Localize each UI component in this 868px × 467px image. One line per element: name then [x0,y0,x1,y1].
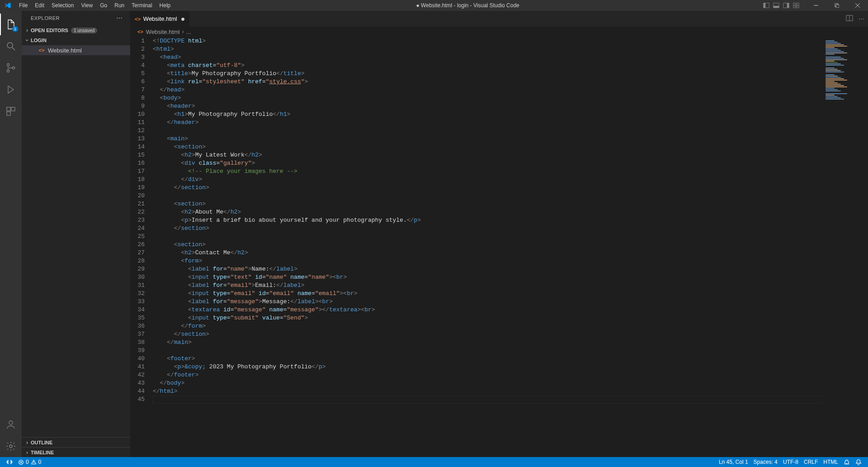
layout-controls [761,2,801,9]
tab-title: Website.html [143,15,177,22]
split-editor-icon[interactable] [846,14,853,23]
warnings-count: 0 [38,459,42,465]
more-actions-icon[interactable]: ⋯ [859,15,864,22]
svg-rect-6 [793,3,796,5]
menu-file[interactable]: File [15,0,31,11]
activity-accounts[interactable] [0,414,22,435]
menu-terminal[interactable]: Terminal [128,0,156,11]
toggle-primary-sidebar-icon[interactable] [761,2,771,9]
chevron-right-icon: › [24,439,31,446]
explorer-header: EXPLORER ⋯ [22,11,130,25]
problems-button[interactable]: 0 0 [15,457,44,467]
code-content[interactable]: <!DOCTYPE html><html> <head> <meta chars… [153,37,823,457]
menu-selection[interactable]: Selection [48,0,77,11]
breadcrumb[interactable]: <> Website.html › ... [130,27,868,37]
file-name: Website.html [48,47,82,54]
svg-rect-1 [764,3,765,8]
svg-rect-7 [797,3,799,5]
editor-body[interactable]: 1234567891011121314151617181920212223242… [130,37,868,457]
notifications-icon[interactable] [853,459,864,465]
svg-point-24 [9,445,12,448]
file-tree-item[interactable]: <> Website.html [22,45,130,55]
outline-section[interactable]: › OUTLINE [22,437,130,447]
chevron-right-icon: › [24,27,31,33]
close-button[interactable] [847,0,868,11]
menu-help[interactable]: Help [156,0,175,11]
activity-bar: 1 [0,11,22,457]
menu-view[interactable]: View [77,0,96,11]
status-bar: 0 0 Ln 45, Col 1 Spaces: 4 UTF-8 CRLF HT… [0,457,868,467]
chevron-right-icon: › [182,29,184,35]
language-mode[interactable]: HTML [821,459,841,465]
svg-rect-12 [836,5,839,8]
minimize-button[interactable] [806,0,826,11]
indentation[interactable]: Spaces: 4 [751,459,780,465]
activity-explorer[interactable]: 1 [0,14,22,35]
remote-button[interactable] [4,457,15,467]
open-editors-section[interactable]: › OPEN EDITORS 1 unsaved [22,25,130,35]
toggle-secondary-sidebar-icon[interactable] [781,2,791,9]
maximize-button[interactable] [826,0,847,11]
svg-point-23 [9,421,13,424]
errors-count: 0 [26,459,29,465]
timeline-label: TIMELINE [31,450,54,455]
explorer-badge: 1 [12,26,18,32]
eol[interactable]: CRLF [801,459,821,465]
line-numbers: 1234567891011121314151617181920212223242… [130,37,153,457]
explorer-title: EXPLORER [31,15,60,21]
svg-point-19 [13,67,15,69]
html-file-icon: <> [135,16,141,22]
unsaved-badge: 1 unsaved [71,28,97,33]
editor-tab[interactable]: <> Website.html ● [130,11,190,27]
chevron-down-icon: › [24,37,30,44]
encoding[interactable]: UTF-8 [780,459,801,465]
outline-label: OUTLINE [31,440,52,445]
svg-rect-5 [787,3,789,8]
explorer-sidebar: EXPLORER ⋯ › OPEN EDITORS 1 unsaved › LO… [22,11,130,457]
breadcrumb-file: Website.html [146,29,180,35]
svg-rect-21 [11,107,15,111]
timeline-section[interactable]: › TIMELINE [22,447,130,457]
titlebar: FileEditSelectionViewGoRunTerminalHelp ●… [0,0,868,11]
svg-line-16 [12,48,15,50]
explorer-more-icon[interactable]: ⋯ [116,14,123,22]
folder-section[interactable]: › LOGIN [22,35,130,45]
vscode-logo-icon [0,2,15,9]
folder-name: LOGIN [31,38,47,43]
activity-extensions[interactable] [0,100,22,122]
html-file-icon: <> [38,47,45,54]
svg-point-15 [7,43,13,48]
feedback-icon[interactable] [841,459,853,465]
activity-run-debug[interactable] [0,79,22,100]
svg-point-18 [7,70,9,72]
svg-rect-22 [7,112,10,115]
menu-bar: FileEditSelectionViewGoRunTerminalHelp [15,0,174,11]
minimap[interactable] [823,37,868,457]
activity-settings[interactable] [0,435,22,457]
chevron-right-icon: › [24,449,31,456]
menu-run[interactable]: Run [111,0,128,11]
breadcrumb-symbol: ... [186,29,191,35]
html-file-icon: <> [137,29,143,34]
window-title: ● Website.html - login - Visual Studio C… [174,2,761,9]
activity-search[interactable] [0,35,22,57]
dirty-indicator-icon: ● [181,15,185,23]
toggle-panel-icon[interactable] [771,2,781,9]
editor-tabs: <> Website.html ● ⋯ [130,11,868,27]
menu-go[interactable]: Go [96,0,111,11]
cursor-position[interactable]: Ln 45, Col 1 [716,459,751,465]
customize-layout-icon[interactable] [791,2,801,9]
editor-area: <> Website.html ● ⋯ <> Website.html › ..… [130,11,868,457]
svg-point-17 [7,64,9,66]
svg-rect-8 [793,6,796,8]
activity-source-control[interactable] [0,57,22,79]
menu-edit[interactable]: Edit [31,0,48,11]
open-editors-label: OPEN EDITORS [31,28,68,33]
svg-rect-9 [797,6,799,8]
svg-rect-20 [7,107,10,111]
svg-rect-3 [774,6,779,8]
